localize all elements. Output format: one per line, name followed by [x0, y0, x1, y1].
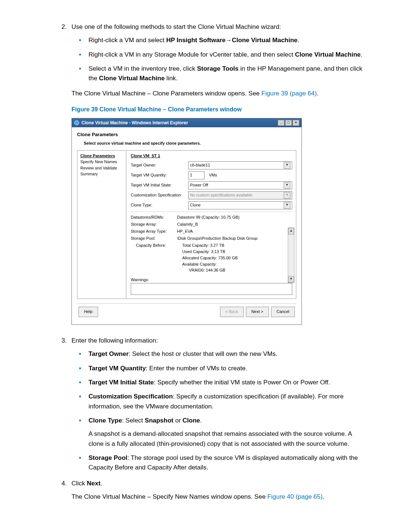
- step3-intro: Enter the following information:: [71, 337, 158, 344]
- initial-state-select[interactable]: Power Off▼: [188, 181, 292, 189]
- text: The Clone Virtual Machine – Specify New …: [71, 493, 267, 500]
- text: : Select: [122, 417, 144, 424]
- label-target-qty: Target VM Quantity:: [131, 172, 188, 178]
- label-warnings: Warnings:: [131, 277, 149, 282]
- label-storage-array: Storage Array:: [131, 221, 177, 228]
- svg-point-0: [74, 121, 79, 125]
- value: Clone: [190, 202, 201, 208]
- figure-link[interactable]: Figure 39 (page 64): [261, 90, 317, 97]
- chevron-down-icon[interactable]: ▼: [284, 182, 290, 189]
- val-capacity-before: Total Capacity: 3.27 TB Used Capacity: 3…: [182, 242, 292, 273]
- cap-total: Total Capacity: 3.27 TB: [182, 242, 292, 249]
- label-array-type: Storage Array Type:: [131, 228, 177, 235]
- wizard-steps-sidebar: Clone Parameters Specify New Names Revie…: [77, 151, 126, 299]
- step3-bullet1: Target Owner: Select the host or cluster…: [71, 349, 367, 359]
- text: The Clone Virtual Machine – Clone Parame…: [71, 90, 261, 97]
- menu-path-2: Clone Virtual Machine: [232, 37, 297, 44]
- step3-bullet6: Storage Pool: The storage pool used by t…: [71, 453, 367, 473]
- sidebar-step[interactable]: Summary: [80, 171, 123, 177]
- value: Power Off: [190, 182, 208, 188]
- menu-item: Clone Virtual Machine: [295, 51, 361, 58]
- step2-bullet1: Right-click a VM and select HP Insight S…: [71, 36, 367, 45]
- step3-bullet3: Target VM Initial State: Specify whether…: [71, 378, 367, 387]
- label-storage-pool: Storage Pool:: [131, 235, 177, 242]
- chevron-down-icon[interactable]: ▼: [284, 162, 290, 169]
- window-titlebar: Clone Virtual Machine - Windows Internet…: [72, 118, 301, 128]
- text: : Enter the number of VMs to create.: [146, 365, 247, 372]
- help-button[interactable]: Help: [79, 307, 98, 317]
- custom-spec-select: No custom specifications available▼: [188, 191, 292, 199]
- close-button[interactable]: ×: [293, 120, 299, 126]
- text: link.: [165, 75, 178, 82]
- text: .: [361, 51, 363, 58]
- chevron-down-icon[interactable]: ▼: [284, 202, 290, 209]
- panel-heading: Clone Parameters: [77, 131, 296, 138]
- step-2: Use one of the following methods to star…: [69, 22, 367, 325]
- link-name: Clone Virtual Machine: [99, 75, 164, 82]
- minimize-button[interactable]: _: [278, 120, 284, 126]
- ie-icon: Clone Virtual Machine - Windows Internet…: [74, 119, 188, 127]
- vms-suffix: VMs: [209, 172, 217, 178]
- panel-subheading: Select source virtual machine and specif…: [84, 140, 296, 147]
- step3-bullet2: Target VM Quantity: Enter the number of …: [71, 364, 367, 373]
- scroll-up-icon[interactable]: ▲: [288, 228, 294, 235]
- divider: [131, 212, 292, 212]
- window-title: Clone Virtual Machine - Windows Internet…: [81, 119, 188, 127]
- menu-path-1: HP Insight Software: [166, 37, 226, 44]
- text: : The storage pool used by the source VM…: [89, 454, 358, 471]
- clone-group-header: Clone VM_ST 1: [131, 153, 292, 159]
- val-array-type: HP_EVA: [177, 228, 292, 235]
- label-clone-type: Clone Type:: [131, 202, 188, 208]
- back-button: < Back: [220, 307, 244, 317]
- val-datastores: Datastore 99 (Capacity: 10.75 GB): [177, 214, 292, 220]
- figure-link[interactable]: Figure 40 (page 65): [267, 493, 323, 500]
- cancel-button[interactable]: Cancel: [271, 307, 295, 317]
- term: Clone Type: [89, 417, 122, 424]
- sidebar-step-active[interactable]: Clone Parameters: [80, 153, 123, 159]
- clone-type-select[interactable]: Clone▼: [188, 201, 292, 209]
- text: .: [317, 90, 319, 97]
- text: Select a VM in the inventory tree, click: [89, 65, 197, 72]
- step2-bullet2: Right-click a VM in any Storage Module f…: [71, 50, 367, 60]
- step3-bullet4: Customization Specification: Specify a c…: [71, 392, 367, 411]
- warnings-row: Warnings:: [131, 277, 292, 295]
- warnings-input[interactable]: [131, 283, 292, 295]
- term: Target Owner: [89, 350, 129, 357]
- wizard-buttons: Help < Back Next > Cancel: [77, 303, 296, 320]
- clone-type-explain: A snapshot is a demand-allocated snapsho…: [89, 429, 367, 449]
- label-capacity-before: Capacity Before:: [131, 242, 182, 273]
- sidebar-step[interactable]: Specify New Names: [80, 159, 123, 165]
- label-initial-state: Target VM Initial State:: [131, 182, 188, 188]
- text: .: [297, 37, 299, 44]
- text: Right-click a VM and select: [89, 37, 166, 44]
- value: 1: [190, 172, 192, 178]
- step4-closing: The Clone Virtual Machine – Specify New …: [71, 492, 367, 502]
- figure-39-title: Figure 39 Clone Virtual Machine – Clone …: [71, 105, 367, 114]
- step-3: Enter the following information: Target …: [69, 336, 367, 473]
- val-storage-array: Calamity_B: [177, 221, 292, 228]
- option: Clone: [183, 417, 200, 424]
- step2-closing: The Clone Virtual Machine – Clone Parame…: [71, 89, 367, 98]
- text: Right-click a VM in any Storage Module f…: [89, 51, 295, 58]
- maximize-button[interactable]: □: [285, 120, 292, 126]
- text: .: [100, 480, 102, 487]
- next-button[interactable]: Next >: [246, 307, 269, 317]
- step-4: Click Next. The Clone Virtual Machine – …: [69, 479, 367, 502]
- chevron-down-icon: ▼: [284, 192, 290, 199]
- term: Target VM Initial State: [89, 379, 154, 386]
- cap-vraid0: VRAID0: 144.36 GB: [189, 267, 292, 273]
- scrollbar[interactable]: ▲ ▼: [288, 228, 294, 283]
- label-target-owner: Target Owner:: [131, 162, 188, 168]
- target-owner-select[interactable]: c8-blade11▼: [188, 161, 292, 169]
- target-qty-input[interactable]: 1: [188, 171, 204, 179]
- text: .: [200, 417, 202, 424]
- step3-bullet5: Clone Type: Select Snapshot or Clone. A …: [71, 416, 367, 449]
- term: Storage Pool: [89, 454, 127, 461]
- text: : Select the host or cluster that will o…: [129, 350, 277, 357]
- sidebar-step[interactable]: Review and Validate: [80, 165, 123, 171]
- ui-name: Storage Tools: [197, 65, 239, 72]
- next-label: Next: [87, 480, 101, 487]
- scroll-down-icon[interactable]: ▼: [288, 276, 294, 283]
- value: c8-blade11: [190, 162, 210, 168]
- wizard-main-content: Clone VM_ST 1 Target Owner: c8-blade11▼ …: [126, 151, 296, 299]
